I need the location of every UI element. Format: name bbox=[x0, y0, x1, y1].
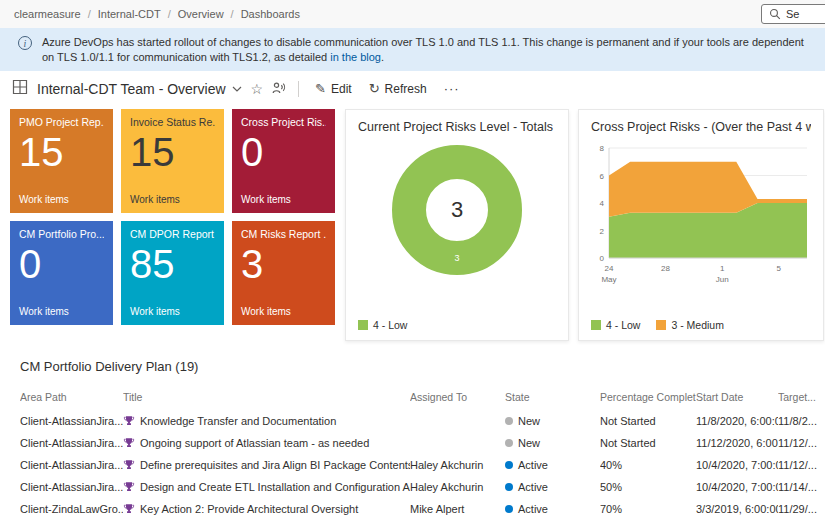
breadcrumb-item-org[interactable]: clearmeasure bbox=[14, 8, 81, 20]
cell-target-date: 11/12/... bbox=[778, 459, 825, 471]
donut-widget: Current Project Risks Level - Totals 3 3… bbox=[345, 109, 569, 341]
column-header-3[interactable]: Assigned To bbox=[410, 391, 505, 403]
column-header-2[interactable]: Title bbox=[123, 391, 410, 403]
breadcrumb-separator: / bbox=[231, 8, 234, 20]
table-row[interactable]: Client-AtlassianJira...Knowledge Transfe… bbox=[20, 410, 825, 432]
column-header-4[interactable]: State bbox=[505, 391, 600, 403]
cell-start-date: 11/8/2020, 6:00:00 ... bbox=[696, 415, 778, 427]
tile-title: CM Risks Report ... bbox=[241, 228, 326, 240]
banner-suffix: . bbox=[381, 51, 384, 63]
query-tile-4[interactable]: CM Portfolio Pro...0Work items bbox=[10, 221, 113, 325]
tile-count: 15 bbox=[19, 131, 104, 173]
blog-link[interactable]: in the blog bbox=[330, 51, 381, 63]
table-row[interactable]: Client-AtlassianJira...Ongoing support o… bbox=[20, 432, 825, 454]
donut-widget-title: Current Project Risks Level - Totals bbox=[358, 120, 556, 134]
breadcrumb-item-overview[interactable]: Overview bbox=[178, 8, 224, 20]
cell-state: New bbox=[505, 437, 600, 449]
tile-caption: Work items bbox=[19, 194, 104, 205]
area-chart-widget: Cross Project Risks - (Over the Past 4 w… bbox=[578, 109, 824, 341]
work-item-title[interactable]: Design and Create ETL Installation and C… bbox=[140, 481, 410, 493]
legend-swatch bbox=[591, 320, 601, 330]
table-row[interactable]: Client-AtlassianJira...Design and Create… bbox=[20, 476, 825, 498]
table-row[interactable]: Client-AtlassianJira...Define prerequisi… bbox=[20, 454, 825, 476]
dashboard-grid-icon bbox=[12, 79, 28, 99]
query-tile-6[interactable]: CM Risks Report ...3Work items bbox=[232, 221, 335, 325]
legend-swatch bbox=[656, 320, 666, 330]
work-item-title[interactable]: Ongoing support of Atlassian team - as n… bbox=[140, 437, 369, 449]
tile-title: Invoice Status Re... bbox=[130, 116, 215, 128]
cell-start-date: 10/4/2020, 7:00:00 ... bbox=[696, 481, 778, 493]
feature-trophy-icon bbox=[123, 415, 135, 427]
query-tile-3[interactable]: Cross Project Ris...0Work items bbox=[232, 109, 335, 213]
work-item-title[interactable]: Define prerequisites and Jira Align BI P… bbox=[140, 459, 410, 471]
tile-count: 0 bbox=[241, 131, 326, 173]
breadcrumb-separator: / bbox=[88, 8, 91, 20]
state-label: Active bbox=[518, 503, 548, 515]
state-label: New bbox=[518, 437, 540, 449]
table-header-row: Area PathTitleAssigned ToStatePercentage… bbox=[20, 384, 825, 410]
search-icon bbox=[769, 8, 781, 20]
state-dot-icon bbox=[505, 439, 513, 447]
legend-label: 4 - Low bbox=[373, 319, 407, 331]
area-widget-title: Cross Project Risks - (Over the Past 4 w… bbox=[591, 120, 811, 134]
table-row[interactable]: Client-ZindaLawGro...Key Action 2: Provi… bbox=[20, 498, 825, 520]
banner-message: Azure DevOps has started rollout of chan… bbox=[42, 36, 804, 63]
table-body: Client-AtlassianJira...Knowledge Transfe… bbox=[20, 410, 825, 525]
tile-count: 15 bbox=[130, 131, 215, 173]
more-options-button[interactable]: ··· bbox=[440, 81, 464, 96]
query-tile-2[interactable]: Invoice Status Re...15Work items bbox=[121, 109, 224, 213]
cell-start-date: 3/3/2019, 6:00:00 PM bbox=[696, 503, 778, 515]
cell-area-path: Client-AtlassianJira... bbox=[20, 459, 123, 471]
favorite-star-icon[interactable]: ☆ bbox=[251, 82, 264, 96]
legend-item: 4 - Low bbox=[358, 319, 407, 331]
column-header-1[interactable]: Area Path bbox=[20, 391, 123, 403]
banner-text: Azure DevOps has started rollout of chan… bbox=[42, 33, 811, 65]
dashboard-selector[interactable]: Internal-CDT Team - Overview bbox=[37, 81, 242, 97]
cell-percentage-complete: 50% bbox=[600, 481, 696, 493]
dashboard-widgets-area: PMO Project Rep...15Work itemsInvoice St… bbox=[0, 107, 825, 347]
person-broadcast-icon[interactable] bbox=[272, 81, 286, 97]
cell-area-path: Client-AtlassianJira... bbox=[20, 415, 123, 427]
work-item-title[interactable]: Knowledge Transfer and Documentation bbox=[140, 415, 336, 427]
refresh-button[interactable]: ↻ Refresh bbox=[365, 77, 431, 100]
azure-devops-dashboard-page: clearmeasure / Internal-CDT / Overview /… bbox=[0, 0, 825, 525]
delivery-plan-table: Area PathTitleAssigned ToStatePercentage… bbox=[20, 384, 825, 525]
search-input[interactable]: Se bbox=[761, 4, 825, 24]
state-dot-icon bbox=[505, 461, 513, 469]
column-header-7[interactable]: Target... bbox=[778, 391, 825, 403]
svg-text:1: 1 bbox=[720, 264, 725, 273]
tile-caption: Work items bbox=[241, 306, 326, 317]
area-chart-legend: 4 - Low3 - Medium bbox=[591, 319, 724, 331]
legend-swatch bbox=[358, 320, 368, 330]
cell-title: Ongoing support of Atlassian team - as n… bbox=[123, 437, 410, 449]
cell-state: Active bbox=[505, 503, 600, 515]
cell-state: Active bbox=[505, 459, 600, 471]
svg-text:Jun: Jun bbox=[716, 275, 729, 284]
column-header-6[interactable]: Start Date bbox=[696, 391, 778, 403]
tile-title: PMO Project Rep... bbox=[19, 116, 104, 128]
state-dot-icon bbox=[505, 483, 513, 491]
tile-title: CM Portfolio Pro... bbox=[19, 228, 104, 240]
cell-title: Knowledge Transfer and Documentation bbox=[123, 415, 410, 427]
edit-button[interactable]: ✎ Edit bbox=[311, 77, 356, 100]
cell-title: Design and Create ETL Installation and C… bbox=[123, 481, 410, 493]
legend-item: 4 - Low bbox=[591, 319, 640, 331]
tile-title: CM DPOR Report bbox=[130, 228, 215, 240]
legend-item: 3 - Medium bbox=[656, 319, 724, 331]
tile-count: 3 bbox=[241, 243, 326, 285]
query-tile-5[interactable]: CM DPOR Report85Work items bbox=[121, 221, 224, 325]
breadcrumb-item-project[interactable]: Internal-CDT bbox=[98, 8, 161, 20]
breadcrumb-item-dashboards[interactable]: Dashboards bbox=[241, 8, 300, 20]
refresh-label: Refresh bbox=[385, 82, 427, 96]
svg-text:28: 28 bbox=[661, 264, 670, 273]
query-tile-1[interactable]: PMO Project Rep...15Work items bbox=[10, 109, 113, 213]
table-row[interactable]: Client-Independenc...Form MigrationsHale… bbox=[20, 520, 825, 525]
column-header-5[interactable]: Percentage Complet... bbox=[600, 391, 696, 403]
work-item-title[interactable]: Key Action 2: Provide Architectural Over… bbox=[140, 503, 358, 515]
tile-title: Cross Project Ris... bbox=[241, 116, 326, 128]
feature-trophy-icon bbox=[123, 481, 135, 493]
state-label: Active bbox=[518, 459, 548, 471]
state-dot-icon bbox=[505, 505, 513, 513]
tile-count: 0 bbox=[19, 243, 104, 285]
cell-percentage-complete: Not Started bbox=[600, 415, 696, 427]
